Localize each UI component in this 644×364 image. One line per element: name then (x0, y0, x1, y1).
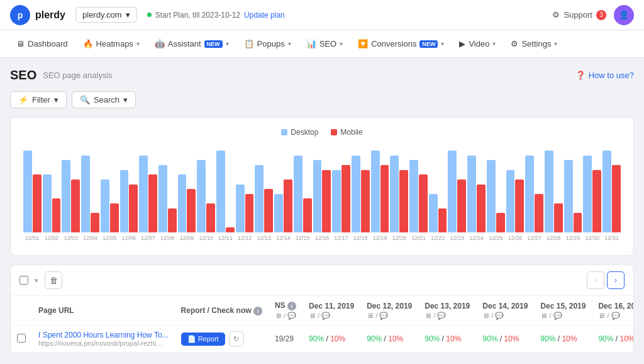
main-content: SEO SEO page analysis ❓ How to use? ⚡ Fi… (0, 58, 644, 364)
page-url-link[interactable]: I Spent 2000 Hours Learning How To... (38, 331, 169, 339)
domain-value: plerdy.com (82, 10, 122, 20)
dec16-sub: 🖥 / 💬 (598, 312, 634, 320)
nav-item-conversions[interactable]: 🔽 Conversions NEW ▾ (352, 35, 450, 52)
chart-x-label: 12/04 (81, 235, 99, 241)
mobile-legend-label: Mobile (340, 128, 362, 137)
report-button[interactable]: 📄 Report (181, 333, 225, 346)
bar-group (294, 156, 312, 232)
plan-text: Start Plan, till 2023-10-12 (155, 11, 240, 20)
plan-info: Start Plan, till 2023-10-12 Update plan (147, 11, 285, 20)
mobile-bar (33, 174, 42, 232)
desktop-legend-label: Desktop (291, 128, 318, 137)
row-checkbox[interactable] (17, 334, 26, 343)
bar-group (197, 160, 215, 232)
mobile-bar (515, 179, 524, 232)
desktop-bar (352, 156, 360, 232)
info-icon[interactable]: i (287, 302, 296, 310)
desktop-bar (139, 156, 148, 232)
nav-item-video[interactable]: ▶ Video ▾ (453, 35, 502, 52)
col-header-dec13: Dec 13, 2019 🖥 / 💬 (418, 296, 476, 326)
domain-selector[interactable]: plerdy.com ▾ (75, 7, 137, 23)
ns-value: 19/29 (275, 334, 294, 343)
prev-page-button[interactable]: ‹ (587, 271, 604, 289)
mobile-bar (554, 203, 563, 232)
mobile-bar (457, 179, 466, 232)
avatar[interactable]: 👤 (614, 5, 634, 25)
bar-group (313, 160, 331, 232)
desktop-bar (216, 151, 225, 232)
mobile-bar (284, 179, 292, 232)
bar-group (274, 179, 292, 232)
info-icon[interactable]: i (253, 307, 262, 316)
nav-item-dashboard[interactable]: 🖥 Dashboard (10, 35, 74, 52)
chart-labels: 12/0112/0212/0312/0412/0512/0612/0712/08… (21, 232, 623, 241)
table-card: ▾ 🗑 ‹ › Page URL Report / Check now i (10, 264, 634, 353)
nav-label-seo: SEO (319, 39, 336, 48)
refresh-button[interactable]: ↻ (229, 331, 244, 346)
chevron-icon: ▾ (288, 40, 291, 47)
conversions-badge: NEW (419, 40, 438, 48)
bar-group (43, 174, 61, 232)
chart-x-label: 12/07 (139, 235, 157, 241)
mobile-bar (71, 179, 80, 232)
next-page-button[interactable]: › (607, 271, 625, 289)
bar-group (429, 194, 447, 232)
desktop-bar (525, 156, 534, 232)
checkbox-dropdown-icon[interactable]: ▾ (35, 276, 38, 285)
chart-x-label: 12/22 (429, 235, 447, 241)
chart-x-label: 12/06 (120, 235, 138, 241)
desktop-bar (602, 151, 611, 232)
col-header-dec14: Dec 14, 2019 🖥 / 💬 (476, 296, 534, 326)
chart-x-label: 12/31 (602, 235, 621, 241)
desktop-pct: 90% (367, 334, 382, 343)
mobile-pct: 10% (504, 334, 519, 343)
select-all-checkbox[interactable] (19, 276, 28, 285)
chart-x-label: 12/11 (216, 235, 235, 241)
nav-label-heatmaps: Heatmaps (96, 39, 133, 48)
dec11-sub: 🖥 / 💬 (309, 312, 354, 320)
filter-button[interactable]: ⚡ Filter ▾ (10, 91, 67, 108)
nav-item-seo[interactable]: 📊 SEO ▾ (300, 35, 349, 52)
nav-bar: 🖥 Dashboard 🔥 Heatmaps ▾ 🤖 Assistant NEW… (0, 30, 644, 58)
page-title: SEO (10, 68, 36, 82)
desktop-bar (43, 174, 52, 232)
page-subtitle: SEO page analysis (43, 71, 113, 80)
mobile-bar (399, 170, 408, 232)
col-header-dec15: Dec 15, 2019 🖥 / 💬 (534, 296, 592, 326)
chart-x-label: 12/23 (448, 235, 466, 241)
how-to-use-link[interactable]: ❓ How to use? (575, 71, 634, 80)
desktop-pct: 90% (540, 334, 555, 343)
chart-x-label: 12/05 (101, 235, 119, 241)
logo-text: plerdy (35, 9, 65, 21)
support-label: Support (564, 10, 592, 20)
bar-group (352, 156, 370, 232)
chart-x-label: 12/13 (255, 235, 273, 241)
nav-label-conversions: Conversions (371, 39, 416, 48)
support-button[interactable]: ⚙ Support 3 (552, 10, 606, 20)
mobile-bar (187, 189, 196, 232)
bar-group (564, 160, 582, 232)
page-title-area: SEO SEO page analysis (10, 68, 113, 82)
desktop-bar (120, 170, 129, 232)
nav-item-popups[interactable]: 📋 Popups ▾ (238, 35, 297, 52)
delete-button[interactable]: 🗑 (45, 271, 62, 289)
chart-x-label: 12/20 (390, 235, 408, 241)
desktop-bar (506, 170, 515, 232)
dec14-sub: 🖥 / 💬 (482, 312, 528, 320)
update-plan-link[interactable]: Update plan (244, 11, 285, 20)
nav-item-assistant[interactable]: 🤖 Assistant NEW ▾ (148, 35, 235, 52)
desktop-legend-dot (281, 129, 287, 135)
mobile-bar (52, 198, 61, 232)
bar-group (178, 174, 196, 232)
chart-x-label: 12/12 (236, 235, 254, 241)
desktop-bar (23, 151, 32, 232)
nav-item-heatmaps[interactable]: 🔥 Heatmaps ▾ (77, 35, 146, 52)
search-button[interactable]: 🔍 Search ▾ (72, 91, 136, 108)
mobile-legend-dot (331, 129, 337, 135)
nav-item-settings[interactable]: ⚙ Settings ▾ (504, 35, 564, 52)
bar-group (390, 156, 408, 232)
desktop-pct: 90% (482, 334, 497, 343)
desktop-bar (409, 160, 418, 232)
desktop-bar (178, 174, 187, 232)
chevron-icon: ▾ (554, 40, 557, 47)
